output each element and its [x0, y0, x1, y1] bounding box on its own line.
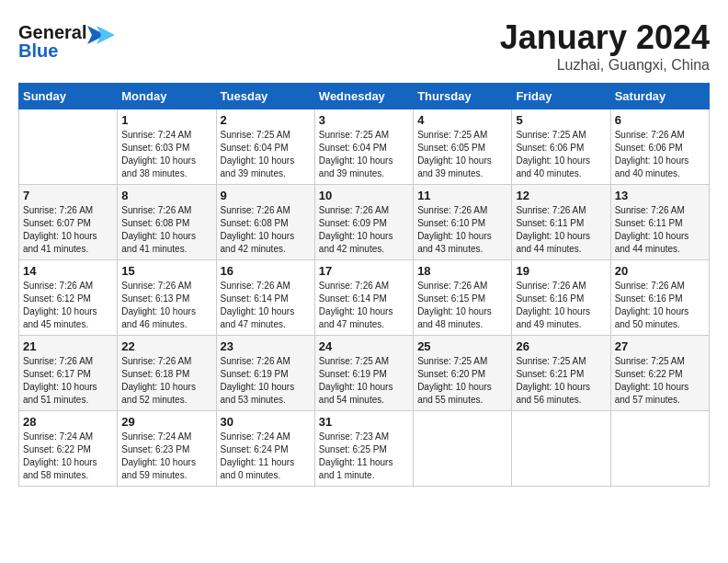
calendar-cell: 19Sunrise: 7:26 AM Sunset: 6:16 PM Dayli… — [512, 260, 610, 336]
day-number: 9 — [221, 189, 311, 202]
day-number: 30 — [221, 415, 311, 429]
day-number: 8 — [121, 189, 211, 202]
svg-text:General: General — [18, 22, 86, 42]
calendar-cell: 14Sunrise: 7:26 AM Sunset: 6:12 PM Dayli… — [19, 260, 118, 336]
calendar-cell: 8Sunrise: 7:26 AM Sunset: 6:08 PM Daylig… — [118, 185, 216, 260]
day-number: 2 — [221, 113, 311, 127]
day-info: Sunrise: 7:26 AM Sunset: 6:07 PM Dayligh… — [23, 204, 113, 256]
day-info: Sunrise: 7:24 AM Sunset: 6:22 PM Dayligh… — [23, 431, 113, 482]
day-number: 22 — [121, 339, 211, 353]
day-info: Sunrise: 7:26 AM Sunset: 6:08 PM Dayligh… — [121, 204, 211, 256]
calendar-cell: 16Sunrise: 7:26 AM Sunset: 6:14 PM Dayli… — [216, 260, 314, 336]
day-number: 24 — [319, 339, 409, 353]
day-number: 5 — [516, 113, 606, 127]
calendar-cell: 30Sunrise: 7:24 AM Sunset: 6:24 PM Dayli… — [216, 411, 314, 487]
day-info: Sunrise: 7:25 AM Sunset: 6:04 PM Dayligh… — [319, 129, 409, 180]
day-number: 15 — [121, 264, 211, 278]
day-info: Sunrise: 7:26 AM Sunset: 6:11 PM Dayligh… — [615, 204, 705, 256]
calendar-week-1: 1Sunrise: 7:24 AM Sunset: 6:03 PM Daylig… — [19, 109, 710, 185]
day-info: Sunrise: 7:26 AM Sunset: 6:06 PM Dayligh… — [615, 129, 705, 180]
day-number: 1 — [121, 113, 211, 127]
day-number: 26 — [516, 339, 606, 353]
calendar-week-3: 14Sunrise: 7:26 AM Sunset: 6:12 PM Dayli… — [19, 260, 710, 336]
day-info: Sunrise: 7:25 AM Sunset: 6:05 PM Dayligh… — [417, 129, 507, 180]
calendar-cell — [414, 411, 512, 487]
calendar-cell: 3Sunrise: 7:25 AM Sunset: 6:04 PM Daylig… — [314, 109, 413, 185]
day-number: 10 — [319, 189, 409, 202]
calendar-cell: 17Sunrise: 7:26 AM Sunset: 6:14 PM Dayli… — [314, 260, 413, 336]
day-number: 27 — [615, 339, 705, 353]
day-number: 29 — [121, 415, 211, 429]
calendar-cell: 22Sunrise: 7:26 AM Sunset: 6:18 PM Dayli… — [118, 336, 216, 411]
day-number: 3 — [319, 113, 409, 127]
calendar-cell: 21Sunrise: 7:26 AM Sunset: 6:17 PM Dayli… — [19, 336, 118, 411]
day-number: 6 — [615, 113, 705, 127]
day-number: 14 — [23, 264, 113, 278]
day-number: 19 — [516, 264, 606, 278]
calendar-cell: 25Sunrise: 7:25 AM Sunset: 6:20 PM Dayli… — [414, 336, 512, 411]
day-info: Sunrise: 7:25 AM Sunset: 6:19 PM Dayligh… — [319, 355, 409, 407]
day-info: Sunrise: 7:25 AM Sunset: 6:04 PM Dayligh… — [221, 129, 311, 180]
calendar-cell: 15Sunrise: 7:26 AM Sunset: 6:13 PM Dayli… — [118, 260, 216, 336]
calendar-cell: 24Sunrise: 7:25 AM Sunset: 6:19 PM Dayli… — [314, 336, 413, 411]
day-number: 25 — [417, 339, 507, 353]
day-number: 17 — [319, 264, 409, 278]
day-info: Sunrise: 7:25 AM Sunset: 6:06 PM Dayligh… — [516, 129, 606, 180]
day-info: Sunrise: 7:26 AM Sunset: 6:19 PM Dayligh… — [221, 355, 311, 407]
calendar-cell: 11Sunrise: 7:26 AM Sunset: 6:10 PM Dayli… — [414, 185, 512, 260]
day-number: 18 — [417, 264, 507, 278]
calendar-cell: 2Sunrise: 7:25 AM Sunset: 6:04 PM Daylig… — [216, 109, 314, 185]
header-wednesday: Wednesday — [314, 84, 413, 109]
day-info: Sunrise: 7:24 AM Sunset: 6:24 PM Dayligh… — [221, 431, 311, 482]
logo-text: General Blue — [18, 18, 119, 68]
calendar-cell: 4Sunrise: 7:25 AM Sunset: 6:05 PM Daylig… — [414, 109, 512, 185]
calendar-week-2: 7Sunrise: 7:26 AM Sunset: 6:07 PM Daylig… — [19, 185, 710, 260]
calendar-cell: 10Sunrise: 7:26 AM Sunset: 6:09 PM Dayli… — [314, 185, 413, 260]
day-info: Sunrise: 7:26 AM Sunset: 6:18 PM Dayligh… — [121, 355, 211, 407]
header-tuesday: Tuesday — [216, 84, 314, 109]
day-info: Sunrise: 7:25 AM Sunset: 6:21 PM Dayligh… — [516, 355, 606, 407]
day-number: 20 — [615, 264, 705, 278]
calendar-cell: 29Sunrise: 7:24 AM Sunset: 6:23 PM Dayli… — [118, 411, 216, 487]
day-info: Sunrise: 7:26 AM Sunset: 6:12 PM Dayligh… — [23, 280, 113, 331]
day-info: Sunrise: 7:26 AM Sunset: 6:14 PM Dayligh… — [319, 280, 409, 331]
calendar-cell — [610, 411, 709, 487]
calendar-header-row: SundayMondayTuesdayWednesdayThursdayFrid… — [19, 84, 710, 109]
calendar-cell: 12Sunrise: 7:26 AM Sunset: 6:11 PM Dayli… — [512, 185, 610, 260]
calendar-cell: 13Sunrise: 7:26 AM Sunset: 6:11 PM Dayli… — [610, 185, 709, 260]
calendar-cell: 6Sunrise: 7:26 AM Sunset: 6:06 PM Daylig… — [610, 109, 709, 185]
day-info: Sunrise: 7:26 AM Sunset: 6:11 PM Dayligh… — [516, 204, 606, 256]
calendar-cell: 31Sunrise: 7:23 AM Sunset: 6:25 PM Dayli… — [314, 411, 413, 487]
day-number: 13 — [615, 189, 705, 202]
calendar-cell: 28Sunrise: 7:24 AM Sunset: 6:22 PM Dayli… — [19, 411, 118, 487]
calendar-cell: 26Sunrise: 7:25 AM Sunset: 6:21 PM Dayli… — [512, 336, 610, 411]
logo: General Blue — [18, 18, 119, 68]
calendar-cell: 20Sunrise: 7:26 AM Sunset: 6:16 PM Dayli… — [610, 260, 709, 336]
day-number: 7 — [23, 189, 113, 202]
title-block: January 2024 Luzhai, Guangxi, China — [500, 18, 710, 74]
day-info: Sunrise: 7:25 AM Sunset: 6:20 PM Dayligh… — [417, 355, 507, 407]
day-info: Sunrise: 7:26 AM Sunset: 6:08 PM Dayligh… — [221, 204, 311, 256]
location-subtitle: Luzhai, Guangxi, China — [500, 57, 710, 74]
svg-text:Blue: Blue — [18, 40, 58, 61]
calendar-cell: 9Sunrise: 7:26 AM Sunset: 6:08 PM Daylig… — [216, 185, 314, 260]
calendar-cell: 7Sunrise: 7:26 AM Sunset: 6:07 PM Daylig… — [19, 185, 118, 260]
header-saturday: Saturday — [610, 84, 709, 109]
day-info: Sunrise: 7:26 AM Sunset: 6:10 PM Dayligh… — [417, 204, 507, 256]
day-info: Sunrise: 7:26 AM Sunset: 6:17 PM Dayligh… — [23, 355, 113, 407]
header-friday: Friday — [512, 84, 610, 109]
day-number: 16 — [221, 264, 311, 278]
calendar-table: SundayMondayTuesdayWednesdayThursdayFrid… — [18, 83, 710, 487]
calendar-cell: 1Sunrise: 7:24 AM Sunset: 6:03 PM Daylig… — [118, 109, 216, 185]
calendar-cell — [512, 411, 610, 487]
day-info: Sunrise: 7:26 AM Sunset: 6:13 PM Dayligh… — [121, 280, 211, 331]
day-number: 28 — [23, 415, 113, 429]
day-info: Sunrise: 7:24 AM Sunset: 6:03 PM Dayligh… — [121, 129, 211, 180]
calendar-cell — [19, 109, 118, 185]
day-number: 12 — [516, 189, 606, 202]
day-info: Sunrise: 7:24 AM Sunset: 6:23 PM Dayligh… — [121, 431, 211, 482]
day-number: 23 — [221, 339, 311, 353]
day-info: Sunrise: 7:23 AM Sunset: 6:25 PM Dayligh… — [319, 431, 409, 482]
month-title: January 2024 — [500, 18, 710, 57]
day-number: 21 — [23, 339, 113, 353]
